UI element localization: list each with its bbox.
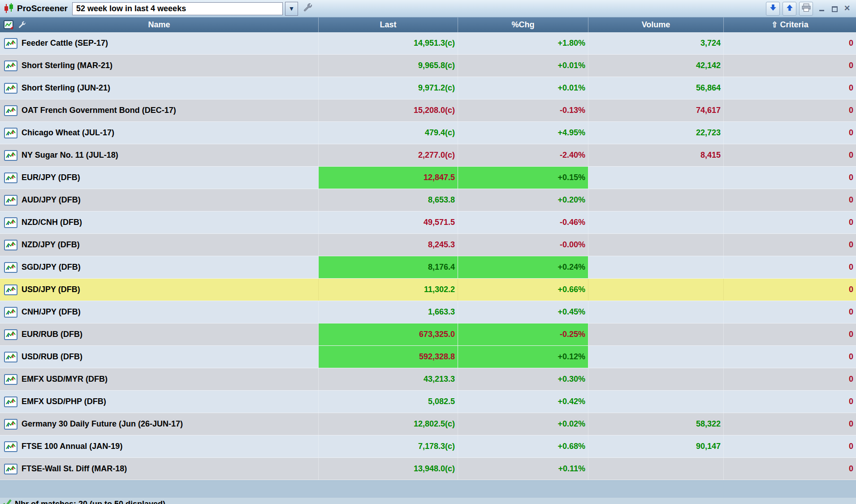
move-up-button[interactable]: [783, 2, 796, 16]
table-row[interactable]: EUR/RUB (DFB) 673,325.0 -0.25% 0: [0, 323, 856, 346]
open-chart-icon[interactable]: [4, 217, 17, 228]
open-chart-icon[interactable]: [4, 105, 17, 116]
instrument-name: NY Sugar No. 11 (JUL-18): [22, 151, 118, 160]
screener-settings-button[interactable]: [301, 2, 315, 16]
table-row[interactable]: EMFX USD/PHP (DFB) 5,082.5 +0.42% 0: [0, 391, 856, 413]
instrument-name: NZD/CNH (DFB): [22, 218, 82, 227]
column-settings-wrench-icon[interactable]: [18, 21, 26, 29]
open-chart-icon[interactable]: [4, 150, 17, 161]
table-row[interactable]: USD/RUB (DFB) 592,328.8 +0.12% 0: [0, 346, 856, 368]
volume-cell: [588, 346, 723, 368]
last-value-cell: 7,178.3(c): [318, 435, 458, 457]
open-chart-icon[interactable]: [4, 396, 17, 407]
table-row[interactable]: Short Sterling (JUN-21) 9,971.2(c) +0.01…: [0, 77, 856, 99]
table-row[interactable]: Short Sterling (MAR-21) 9,965.8(c) +0.01…: [0, 55, 856, 77]
table-row[interactable]: NZD/CNH (DFB) 49,571.5 -0.46% 0: [0, 211, 856, 234]
open-chart-icon[interactable]: [4, 307, 17, 318]
criteria-value-cell: 0: [723, 99, 856, 121]
criteria-value-cell: 0: [723, 55, 856, 77]
table-row[interactable]: EUR/JPY (DFB) 12,847.5 +0.15% 0: [0, 167, 856, 189]
proscreener-window: ProScreener 52 week low in last 4 weeeks…: [0, 0, 856, 504]
minimize-button[interactable]: [818, 5, 826, 12]
screener-select-arrow-button[interactable]: ▼: [285, 2, 298, 16]
open-chart-icon[interactable]: [4, 284, 17, 295]
open-chart-icon[interactable]: [4, 38, 17, 49]
pct-change-cell: +0.30%: [458, 368, 588, 390]
column-header-criteria[interactable]: ⇧ Criteria: [723, 17, 856, 32]
open-chart-icon[interactable]: [4, 441, 17, 452]
column-label-chg: %Chg: [512, 20, 535, 30]
last-value-cell: 9,965.8(c): [318, 55, 458, 77]
open-chart-icon[interactable]: [4, 60, 17, 71]
row-name-cell: FTSE 100 Annual (JAN-19): [0, 435, 318, 457]
pct-change-cell: +0.24%: [458, 256, 588, 278]
open-chart-icon[interactable]: [4, 329, 17, 340]
table-row[interactable]: FTSE 100 Annual (JAN-19) 7,178.3(c) +0.6…: [0, 435, 856, 458]
pct-change-cell: +1.80%: [458, 32, 588, 54]
table-row[interactable]: Chicago Wheat (JUL-17) 479.4(c) +4.95% 2…: [0, 122, 856, 144]
column-header-chg[interactable]: %Chg: [458, 17, 588, 32]
printer-icon: [801, 3, 811, 14]
column-header-name[interactable]: Name: [0, 17, 318, 32]
criteria-value-cell: 0: [723, 256, 856, 278]
open-chart-icon[interactable]: [4, 352, 17, 362]
volume-cell: 8,415: [588, 144, 723, 166]
restore-button[interactable]: [831, 5, 838, 12]
criteria-value-cell: 0: [723, 435, 856, 457]
criteria-value-cell: 0: [723, 144, 856, 166]
column-label-criteria: Criteria: [780, 20, 808, 30]
table-row[interactable]: Germany 30 Daily Future (Jun (26-JUN-17)…: [0, 413, 856, 435]
table-row[interactable]: NZD/JPY (DFB) 8,245.3 -0.00% 0: [0, 234, 856, 256]
open-chart-icon[interactable]: [4, 374, 17, 385]
green-check-icon: [3, 499, 12, 504]
open-chart-icon[interactable]: [4, 172, 17, 183]
open-chart-icon[interactable]: [4, 419, 17, 430]
table-row[interactable]: AUD/JPY (DFB) 8,653.8 +0.20% 0: [0, 189, 856, 211]
volume-cell: 74,617: [588, 99, 723, 121]
last-value-cell: 673,325.0: [318, 323, 458, 345]
pct-change-cell: +0.66%: [458, 279, 588, 301]
instrument-name: EMFX USD/MYR (DFB): [22, 375, 108, 384]
matches-count-text: Nbr of matches: 20 (up to 50 displayed): [15, 500, 165, 504]
open-chart-icon[interactable]: [4, 240, 17, 250]
pct-change-cell: +0.02%: [458, 413, 588, 435]
close-button[interactable]: ✕: [843, 5, 851, 12]
criteria-value-cell: 0: [723, 32, 856, 54]
instrument-name: EMFX USD/PHP (DFB): [22, 397, 106, 406]
open-chart-icon[interactable]: [4, 262, 17, 273]
table-row[interactable]: EMFX USD/MYR (DFB) 43,213.3 +0.30% 0: [0, 368, 856, 391]
move-down-button[interactable]: [766, 2, 780, 16]
instrument-name: USD/JPY (DFB): [22, 285, 80, 294]
open-chart-icon[interactable]: [4, 83, 17, 94]
last-value-cell: 11,302.2: [318, 279, 458, 301]
criteria-value-cell: 0: [723, 167, 856, 189]
screener-list-icon[interactable]: [4, 20, 14, 30]
open-chart-icon[interactable]: [4, 464, 17, 474]
instrument-name: CNH/JPY (DFB): [22, 307, 81, 317]
last-value-cell: 12,847.5: [318, 167, 458, 189]
criteria-value-cell: 0: [723, 189, 856, 211]
last-value-cell: 14,951.3(c): [318, 32, 458, 54]
instrument-name: USD/RUB (DFB): [22, 352, 82, 362]
pct-change-cell: +4.95%: [458, 122, 588, 144]
column-header-last[interactable]: Last: [318, 17, 458, 32]
open-chart-icon[interactable]: [4, 128, 17, 138]
table-row[interactable]: NY Sugar No. 11 (JUL-18) 2,277.0(c) -2.4…: [0, 144, 856, 167]
print-button[interactable]: [799, 2, 813, 16]
last-value-cell: 8,653.8: [318, 189, 458, 211]
last-value-cell: 8,245.3: [318, 234, 458, 256]
screener-select[interactable]: 52 week low in last 4 weeeks: [72, 2, 283, 15]
row-name-cell: OAT French Government Bond (DEC-17): [0, 99, 318, 121]
instrument-name: NZD/JPY (DFB): [22, 240, 80, 250]
table-row[interactable]: CNH/JPY (DFB) 1,663.3 +0.45% 0: [0, 301, 856, 323]
table-row[interactable]: OAT French Government Bond (DEC-17) 15,2…: [0, 99, 856, 122]
row-name-cell: Feeder Cattle (SEP-17): [0, 32, 318, 54]
status-bar: Nbr of matches: 20 (up to 50 displayed): [0, 498, 856, 504]
table-row[interactable]: USD/JPY (DFB) 11,302.2 +0.66% 0: [0, 279, 856, 301]
table-row[interactable]: SGD/JPY (DFB) 8,176.4 +0.24% 0: [0, 256, 856, 279]
open-chart-icon[interactable]: [4, 195, 17, 206]
table-row[interactable]: FTSE-Wall St. Diff (MAR-18) 13,948.0(c) …: [0, 458, 856, 480]
table-header: Name Last %Chg Volume ⇧ Criteria: [0, 17, 856, 32]
column-header-volume[interactable]: Volume: [588, 17, 723, 32]
table-row[interactable]: Feeder Cattle (SEP-17) 14,951.3(c) +1.80…: [0, 32, 856, 55]
